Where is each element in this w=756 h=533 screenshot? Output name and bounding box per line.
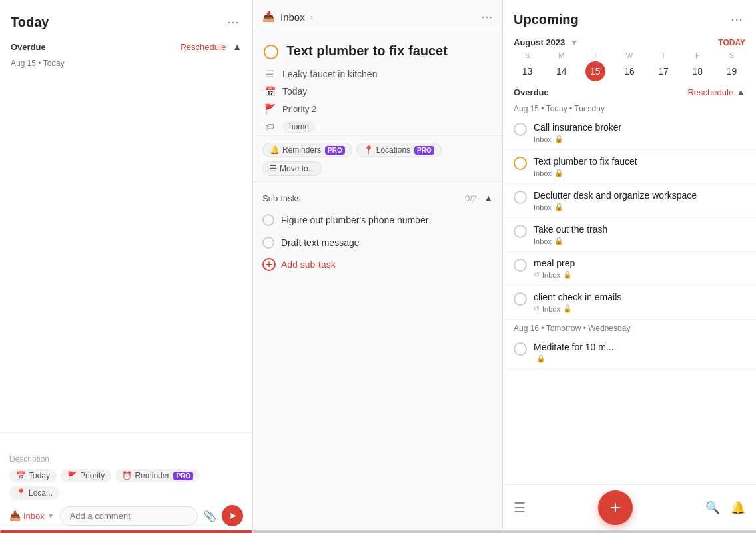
task-row-sub: ↺Inbox 🔒 xyxy=(534,270,745,279)
week-day-name: T xyxy=(661,51,666,59)
task-row-circle[interactable] xyxy=(514,342,527,356)
task-row-inbox-label: Inbox xyxy=(542,305,560,313)
flag-icon-mid: 🚩 xyxy=(264,103,276,114)
right-reschedule-button[interactable]: Reschedule xyxy=(687,87,733,97)
left-more-button[interactable]: ⋯ xyxy=(224,12,242,32)
inbox-selector[interactable]: 📥 Inbox ▼ xyxy=(9,510,55,521)
mid-breadcrumb-arrow: › xyxy=(310,12,313,22)
left-panel-content: Overdue Reschedule ▲ Aug 15 • Today xyxy=(0,37,252,432)
task-row-info: Declutter desk and organize workspaceInb… xyxy=(534,190,745,211)
week-day-num[interactable]: 14 xyxy=(552,61,571,81)
week-day-18[interactable]: F18 xyxy=(681,51,714,81)
task-row-inbox-label: Inbox xyxy=(534,135,552,143)
mid-more-button[interactable]: ⋯ xyxy=(481,9,493,24)
add-subtask-row[interactable]: + Add sub-task xyxy=(262,254,493,278)
task-row-info: Call insurance brokerInbox 🔒 xyxy=(534,122,745,143)
overdue-chevron-button[interactable]: ▲ xyxy=(232,41,242,52)
overdue-date: Aug 15 • Today xyxy=(0,56,252,76)
pro-badge: PRO xyxy=(173,472,193,480)
subtasks-header: Sub-tasks 0/2 ▲ xyxy=(262,189,493,209)
subtasks-section: Sub-tasks 0/2 ▲ Figure out plumber's pho… xyxy=(253,182,502,280)
search-button[interactable]: 🔍 xyxy=(705,500,720,515)
task-row-info: Meditate for 10 m... 🔒 xyxy=(534,342,745,363)
task-row-inbox-label: Inbox xyxy=(534,237,552,245)
week-day-17[interactable]: T17 xyxy=(647,51,680,81)
task-row-info: meal prep↺Inbox 🔒 xyxy=(534,258,745,279)
task-priority-text: Priority 2 xyxy=(282,104,316,114)
edit-priority-chip[interactable]: 🚩 Priority xyxy=(61,469,111,482)
tag-chip[interactable]: home xyxy=(282,121,316,133)
task-row-circle[interactable] xyxy=(514,123,527,136)
subtask-1-text: Draft text message xyxy=(281,237,360,248)
send-button[interactable]: ➤ xyxy=(222,505,243,526)
task-row-sub: ↺Inbox 🔒 xyxy=(534,304,745,313)
date-section-label: Aug 15 • Today • Tuesday xyxy=(503,100,756,116)
week-day-num[interactable]: 13 xyxy=(518,61,538,81)
subtask-1-circle[interactable] xyxy=(262,237,274,249)
week-day-19[interactable]: S19 xyxy=(715,51,748,81)
task-row-title: Call insurance broker xyxy=(534,122,745,133)
edit-toolbar: 📅 Today 🚩 Priority ⏰ Reminder PRO 📍 Loca… xyxy=(9,469,243,500)
task-row: Meditate for 10 m... 🔒 xyxy=(503,336,756,370)
move-icon: ☰ xyxy=(270,164,277,173)
notification-button[interactable]: 🔔 xyxy=(731,500,745,515)
task-row: Call insurance brokerInbox 🔒 xyxy=(503,116,756,150)
edit-location-chip[interactable]: 📍 Loca... xyxy=(9,486,59,500)
edit-today-chip[interactable]: 📅 Today xyxy=(9,469,57,482)
mid-indicator xyxy=(253,530,502,533)
subtask-item-0: Figure out plumber's phone number xyxy=(262,209,493,231)
edit-bottom-bar: 📥 Inbox ▼ 📎 ➤ xyxy=(9,505,243,526)
week-day-num[interactable]: 19 xyxy=(721,61,741,81)
fab-button[interactable]: + xyxy=(598,490,633,525)
task-row-circle[interactable] xyxy=(514,191,527,204)
locations-chip[interactable]: 📍 Locations PRO xyxy=(356,143,442,157)
bottom-menu-button[interactable]: ☰ xyxy=(514,500,526,516)
week-day-16[interactable]: W16 xyxy=(613,51,645,81)
comment-input[interactable] xyxy=(60,506,198,526)
subtask-0-circle[interactable] xyxy=(262,214,274,226)
reminders-chip[interactable]: 🔔 Reminders PRO xyxy=(262,143,352,157)
right-overdue-label: Overdue xyxy=(514,87,549,97)
right-overdue-chevron-button[interactable]: ▲ xyxy=(736,87,745,97)
task-row: client check in emails↺Inbox 🔒 xyxy=(503,286,756,320)
right-more-button[interactable]: ⋯ xyxy=(728,9,745,29)
edit-reminder-chip[interactable]: ⏰ Reminder PRO xyxy=(115,469,200,482)
task-today-text: Today xyxy=(282,86,307,97)
location-icon-toolbar: 📍 xyxy=(364,145,374,155)
task-row-circle[interactable] xyxy=(514,157,527,170)
subtask-0-text: Figure out plumber's phone number xyxy=(281,215,428,225)
right-overdue-bar: Overdue Reschedule ▲ xyxy=(503,81,756,100)
task-row: Take out the trashInbox 🔒 xyxy=(503,218,756,252)
task-row-title: Meditate for 10 m... xyxy=(534,342,745,352)
overdue-bar: Overdue Reschedule ▲ xyxy=(0,37,252,56)
today-nav-button[interactable]: TODAY xyxy=(718,38,745,47)
task-row-circle[interactable] xyxy=(514,225,527,238)
week-day-num[interactable]: 16 xyxy=(619,61,639,81)
task-row-sub: Inbox 🔒 xyxy=(534,135,745,143)
week-day-num[interactable]: 18 xyxy=(687,61,707,81)
week-day-15[interactable]: T15 xyxy=(579,51,611,81)
week-day-num[interactable]: 15 xyxy=(585,61,605,81)
task-row-inbox-label: Inbox xyxy=(542,271,560,279)
edit-task-title-input[interactable]: Declutter desk and organize workspace xyxy=(9,440,243,453)
week-day-13[interactable]: S13 xyxy=(511,51,544,81)
month-chevron-icon[interactable]: ▼ xyxy=(570,38,578,47)
task-detail-subtitle: ☰ Leaky faucet in kitchen xyxy=(253,65,502,82)
task-detail-tag: 🏷 home xyxy=(253,117,502,135)
week-day-num[interactable]: 17 xyxy=(653,61,673,81)
week-day-name: T xyxy=(593,51,597,59)
reschedule-button[interactable]: Reschedule xyxy=(180,42,226,52)
move-chip[interactable]: ☰ Move to... xyxy=(262,161,322,176)
attach-button[interactable]: 📎 xyxy=(203,510,216,522)
right-panel: Upcoming ⋯ August 2023 ▼ TODAY S13M14T15… xyxy=(503,0,756,533)
week-day-14[interactable]: M14 xyxy=(545,51,577,81)
task-row-circle[interactable] xyxy=(514,292,527,306)
subtasks-chevron-button[interactable]: ▲ xyxy=(484,193,493,203)
week-day-name: W xyxy=(626,51,633,59)
week-day-name: S xyxy=(525,51,530,59)
mid-header: 📥 Inbox › ⋯ xyxy=(253,0,502,31)
subtask-count: 0/2 xyxy=(465,193,477,203)
month-label: August 2023 xyxy=(514,37,565,47)
task-complete-button[interactable] xyxy=(264,45,278,59)
task-row-circle[interactable] xyxy=(514,259,527,272)
